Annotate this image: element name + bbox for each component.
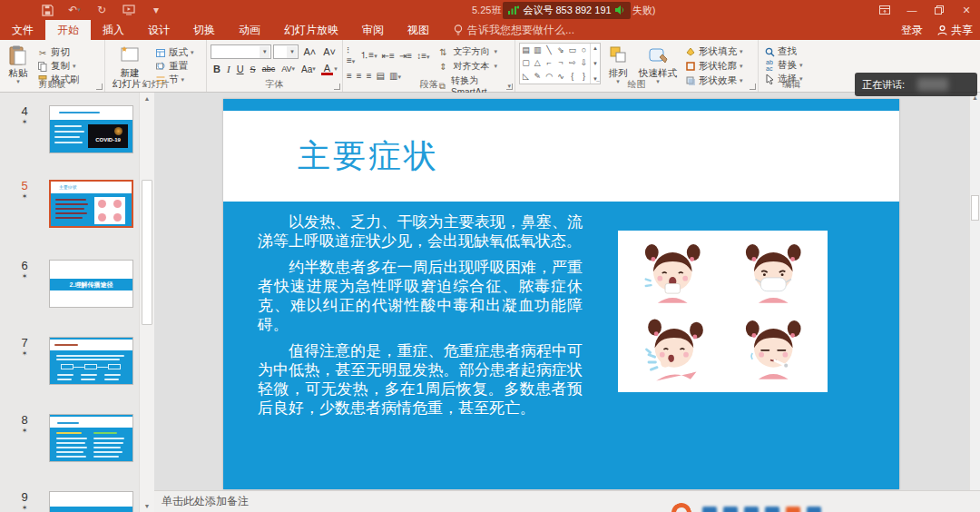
tab-design[interactable]: 设计	[136, 20, 181, 40]
layout-icon	[155, 47, 166, 58]
share-button[interactable]: 共享	[937, 23, 973, 38]
thumbnail-image[interactable]	[49, 414, 133, 462]
font-name-combobox[interactable]: ▾	[211, 44, 271, 59]
replace-button[interactable]: abac替换▾	[762, 59, 805, 72]
scroll-down-icon[interactable]: ▼	[140, 503, 154, 509]
scrollbar-thumb[interactable]	[142, 180, 152, 325]
bullets-button[interactable]: ⁝≡▾	[347, 45, 355, 65]
customize-qat-icon[interactable]: ▾	[149, 4, 163, 16]
shape-triangle-icon[interactable]: △	[534, 59, 541, 67]
copy-button[interactable]: 复制▾	[35, 60, 82, 73]
shape-line-icon[interactable]: ╲	[546, 46, 551, 54]
signin-button[interactable]: 登录	[901, 23, 923, 38]
paste-button[interactable]: 粘贴 ▾	[4, 43, 33, 79]
tell-me-box[interactable]: 告诉我您想要做什么...	[441, 20, 574, 40]
bold-button[interactable]: B	[211, 62, 223, 76]
shape-elbow-icon[interactable]: ⌐	[546, 59, 551, 67]
thumbnail-image[interactable]	[49, 337, 133, 385]
close-button[interactable]: ✕	[953, 0, 980, 20]
current-slide[interactable]: 主要症状 以发热、乏力、干咳为主要表现，鼻塞、流涕等上呼吸道症状少见，会出现缺氧…	[223, 99, 899, 489]
shrink-font-button[interactable]: A˅	[320, 44, 338, 59]
text-direction-button[interactable]: ⇅文字方向▾	[438, 45, 512, 58]
font-color-button[interactable]: A	[321, 63, 333, 75]
save-icon[interactable]	[40, 4, 54, 16]
change-case-button[interactable]: Aa▾	[299, 62, 318, 76]
font-size-combobox[interactable]: ▾	[273, 44, 299, 59]
thumbnail-image[interactable]: COVID-19	[49, 105, 133, 153]
shape-rounded-rect-icon[interactable]: ▢	[522, 59, 530, 67]
font-dialog-launcher[interactable]	[334, 84, 340, 90]
shape-textbox-icon[interactable]: ▤	[522, 46, 530, 54]
shape-rectangle-icon[interactable]: ▭	[568, 46, 576, 54]
tab-insert[interactable]: 插入	[91, 20, 136, 40]
undo-icon[interactable]: ↶▾	[67, 4, 82, 16]
shape-down-arrow-icon[interactable]: ⇩	[581, 59, 588, 67]
ribbon-display-options-icon[interactable]	[871, 0, 898, 20]
align-text-button[interactable]: ⇕对齐文本▾	[438, 60, 512, 73]
thumbnail-slide-9[interactable]: 9✶	[0, 491, 139, 512]
thumbnail-slide-4[interactable]: 4✶ COVID-19	[0, 105, 139, 153]
thumbnail-slide-6[interactable]: 6✶ 2.理解传播途径	[0, 260, 139, 308]
quick-styles-button[interactable]: 快速样式 ▾	[635, 43, 681, 79]
increase-indent-button[interactable]: ⇥≡	[399, 51, 412, 61]
thumbnail-image[interactable]	[49, 491, 133, 512]
scrollbar-thumb[interactable]	[971, 195, 979, 221]
redo-icon[interactable]: ↻	[94, 4, 109, 16]
start-slideshow-icon[interactable]	[122, 4, 136, 16]
find-button[interactable]: 查找	[762, 45, 805, 58]
font-color-dropdown[interactable]: ▾	[334, 65, 338, 73]
slide-title-placeholder[interactable]: 主要症状	[223, 111, 899, 202]
shape-arrow-line-icon[interactable]: ⇘	[557, 46, 564, 54]
shape-fill-button[interactable]: 形状填充▾	[683, 45, 745, 58]
arrange-button[interactable]: 排列 ▾	[603, 43, 632, 79]
strikethrough-button[interactable]: S	[248, 62, 259, 76]
decrease-indent-button[interactable]: ⇤≡	[382, 51, 395, 61]
thumbnail-image[interactable]: 主要症状	[49, 180, 133, 228]
shape-oval-icon[interactable]: ○	[582, 46, 586, 54]
paragraph[interactable]: 约半数患者多在一周后出现呼吸困难，严重者快速进展为急性呼吸窘迫综合征、脓毒症休克…	[258, 259, 583, 334]
line-spacing-button[interactable]: ↕≡▾	[416, 51, 429, 61]
minimize-button[interactable]: —	[898, 0, 926, 20]
numbering-button[interactable]: ⒈≡▾	[359, 49, 377, 62]
underline-button[interactable]: U	[234, 62, 247, 76]
grow-font-button[interactable]: A˄	[300, 44, 318, 59]
shape-right-arrow-icon[interactable]: ⇨	[569, 59, 576, 67]
thumbnail-image[interactable]: 2.理解传播途径	[49, 260, 133, 308]
paragraph[interactable]: 值得注意的是，重症、危重症患者病程中可为中低热，甚至无明显发热。部分患者起病症状…	[258, 342, 583, 418]
character-spacing-button[interactable]: AV▾	[279, 62, 298, 76]
slide-title-text[interactable]: 主要症状	[298, 134, 439, 179]
tab-slideshow[interactable]: 幻灯片放映	[272, 20, 350, 40]
cut-button[interactable]: ✂剪切	[35, 46, 82, 59]
symptoms-picture[interactable]	[618, 231, 828, 392]
italic-button[interactable]: I	[224, 62, 233, 76]
thumbnail-panel-scrollbar[interactable]: ▲ ▼	[139, 93, 154, 512]
tab-view[interactable]: 视图	[396, 20, 441, 40]
notes-placeholder[interactable]: 单击此处添加备注	[162, 494, 249, 509]
clipboard-dialog-launcher[interactable]	[96, 84, 103, 90]
thumbnail-slide-8[interactable]: 8✶	[0, 414, 139, 462]
girl-wearing-mask	[724, 236, 823, 310]
quick-styles-icon	[647, 44, 669, 66]
clear-formatting-button[interactable]: abc	[260, 62, 279, 76]
slide-body-text[interactable]: 以发热、乏力、干咳为主要表现，鼻塞、流涕等上呼吸道症状少见，会出现缺氧低氧状态。…	[258, 213, 583, 426]
drawing-dialog-launcher[interactable]	[750, 84, 756, 90]
tab-file[interactable]: 文件	[0, 20, 45, 40]
scroll-up-icon[interactable]: ▲	[140, 95, 154, 102]
tab-animations[interactable]: 动画	[227, 20, 272, 40]
canvas-scrollbar[interactable]: ▲	[969, 93, 980, 490]
restore-button[interactable]	[926, 0, 953, 20]
shape-textbox-v-icon[interactable]: ▥	[534, 46, 542, 54]
tab-review[interactable]: 审阅	[350, 20, 396, 40]
thumbnail-slide-7[interactable]: 7✶	[0, 337, 139, 385]
new-slide-button[interactable]: 新建 幻灯片 ▾	[109, 43, 151, 79]
shape-elbow-arrow-icon[interactable]: ¬	[558, 59, 563, 67]
notes-pane[interactable]: 单击此处添加备注	[154, 490, 980, 512]
tab-transitions[interactable]: 切换	[181, 20, 227, 40]
thumbnail-slide-5[interactable]: 5✶ 主要症状	[0, 180, 139, 228]
reset-button[interactable]: 重置	[153, 60, 196, 73]
shape-outline-button[interactable]: 形状轮廓▾	[683, 60, 745, 73]
paragraph-dialog-launcher[interactable]	[506, 84, 513, 90]
layout-button[interactable]: 版式▾	[153, 46, 196, 59]
tab-home[interactable]: 开始	[45, 20, 91, 40]
paragraph[interactable]: 以发热、乏力、干咳为主要表现，鼻塞、流涕等上呼吸道症状少见，会出现缺氧低氧状态。	[258, 213, 583, 251]
